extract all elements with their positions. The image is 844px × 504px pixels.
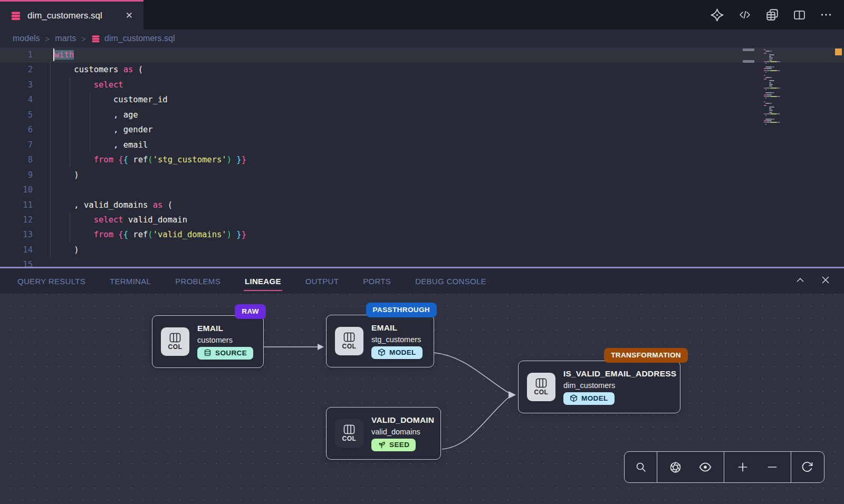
tab-lineage[interactable]: LINEAGE — [245, 268, 281, 294]
line-number: 5 — [0, 108, 33, 122]
database-icon — [91, 34, 100, 43]
breadcrumb-separator: > — [81, 34, 86, 43]
line-number: 6 — [0, 122, 33, 137]
tab-debug-console[interactable]: DEBUG CONSOLE — [415, 268, 486, 294]
lineage-node-customers[interactable]: RAW COL EMAIL customers SOURCE — [152, 315, 264, 368]
line-number: 13 — [0, 227, 33, 242]
column-tile: COL — [161, 327, 189, 356]
code-line: select valid_domain — [54, 212, 187, 227]
search-icon[interactable] — [629, 455, 653, 479]
database-icon — [11, 11, 21, 21]
refresh-icon[interactable] — [795, 455, 819, 479]
line-number: 3 — [0, 77, 33, 92]
split-editor-icon[interactable] — [793, 8, 806, 22]
lineage-node-valid-domains[interactable]: COL VALID_DOMAIN valid_domains SEED — [326, 407, 441, 460]
plus-icon[interactable] — [731, 455, 754, 479]
node-title: EMAIL — [371, 323, 423, 333]
editor-tab-bar: dim_customers.sql ✕ — [0, 0, 844, 30]
code-line: from {{ ref('stg_customers') }} — [54, 152, 246, 167]
chevron-up-icon[interactable] — [794, 274, 806, 288]
editor-decoration — [743, 60, 754, 63]
code-line: customers as ( — [54, 62, 143, 77]
code-line: , age — [54, 108, 138, 122]
code-line: from {{ ref('valid_domains') }} — [54, 227, 246, 242]
code-line: , gender — [54, 122, 153, 137]
lineage-node-stg-customers[interactable]: PASSTHROUGH COL EMAIL stg_customers MODE… — [326, 315, 434, 367]
breadcrumb-marts[interactable]: marts — [55, 34, 76, 43]
arrowhead — [509, 391, 516, 399]
lineage-node-dim-customers[interactable]: TRANSFORMATION COL IS_VALID_EMAIL_ADDRES… — [518, 361, 680, 413]
dbt-logo-icon[interactable] — [710, 8, 724, 22]
line-number: 14 — [0, 243, 33, 257]
line-number: 11 — [0, 198, 33, 212]
column-tile: COL — [335, 327, 363, 355]
seed-chip: SEED — [371, 439, 416, 451]
node-title: VALID_DOMAIN — [371, 415, 432, 425]
node-title: IS_VALID_EMAIL_ADDRESS — [563, 369, 672, 379]
tab-close-icon[interactable]: ✕ — [123, 10, 135, 21]
copy-table-icon[interactable] — [765, 8, 779, 22]
node-subtitle: customers — [197, 336, 253, 344]
column-tile: COL — [335, 419, 363, 448]
panel-actions — [794, 268, 831, 294]
code-line: with — [54, 47, 74, 62]
column-tile: COL — [527, 373, 555, 401]
indent-guide — [50, 62, 51, 257]
transformation-badge: TRANSFORMATION — [604, 348, 688, 363]
file-tab-title: dim_customers.sql — [27, 11, 117, 21]
tab-query-results[interactable]: QUERY RESULTS — [17, 268, 85, 294]
raw-badge: RAW — [235, 304, 266, 319]
file-tab[interactable]: dim_customers.sql ✕ — [0, 0, 143, 30]
code-icon[interactable] — [738, 8, 752, 21]
line-number: 1 — [0, 47, 33, 62]
text-caret — [53, 49, 54, 61]
code-editor[interactable]: 123456789101112131415 with customers as … — [0, 47, 844, 267]
gutter: 123456789101112131415 — [0, 47, 33, 267]
node-subtitle: valid_domains — [371, 428, 432, 436]
line-number: 7 — [0, 138, 33, 152]
col-label: COL — [534, 389, 549, 396]
node-subtitle: stg_customers — [371, 335, 423, 344]
editor-decoration — [743, 49, 754, 51]
node-subtitle: dim_customers — [563, 381, 672, 390]
breadcrumb-models[interactable]: models — [13, 34, 40, 43]
seedling-icon — [378, 441, 386, 449]
eye-icon[interactable] — [694, 455, 717, 479]
minus-icon[interactable] — [761, 455, 784, 479]
overview-ruler-marker — [835, 49, 842, 55]
minimap[interactable] — [764, 49, 812, 127]
code-line: ) — [54, 168, 79, 182]
source-chip: SOURCE — [197, 347, 253, 360]
columns-icon — [343, 424, 355, 434]
line-number: 8 — [0, 152, 33, 167]
tab-output[interactable]: OUTPUT — [305, 268, 339, 294]
more-icon[interactable] — [820, 8, 832, 21]
arrowhead — [318, 344, 324, 350]
model-chip: MODEL — [371, 346, 423, 359]
tab-terminal[interactable]: TERMINAL — [110, 268, 151, 294]
code-line: , valid_domains as ( — [54, 198, 172, 212]
line-number: 9 — [0, 168, 33, 182]
tab-ports[interactable]: PORTS — [363, 268, 391, 294]
node-title: EMAIL — [197, 324, 253, 333]
cube-icon — [570, 394, 578, 402]
line-number: 4 — [0, 92, 33, 107]
tab-problems[interactable]: PROBLEMS — [175, 268, 220, 294]
code-lines: with customers as ( select customer_id ,… — [54, 47, 749, 267]
editor-actions — [710, 0, 832, 30]
database-icon — [204, 349, 212, 357]
columns-icon — [535, 378, 547, 388]
aperture-icon[interactable] — [664, 455, 687, 479]
lineage-canvas[interactable]: RAW COL EMAIL customers SOURCE PASSTHROU… — [0, 294, 844, 504]
close-icon[interactable] — [820, 274, 831, 288]
breadcrumb-separator: > — [45, 34, 50, 43]
breadcrumb: models > marts > dim_customers.sql — [0, 30, 844, 47]
col-label: COL — [168, 343, 183, 351]
lineage-toolbar — [624, 451, 824, 483]
code-line: customer_id — [54, 92, 168, 107]
columns-icon — [343, 332, 355, 342]
code-line: select — [54, 77, 123, 92]
panel-tab-bar: QUERY RESULTS TERMINAL PROBLEMS LINEAGE … — [0, 268, 844, 294]
breadcrumb-file[interactable]: dim_customers.sql — [91, 34, 175, 43]
line-number: 15 — [0, 257, 33, 267]
